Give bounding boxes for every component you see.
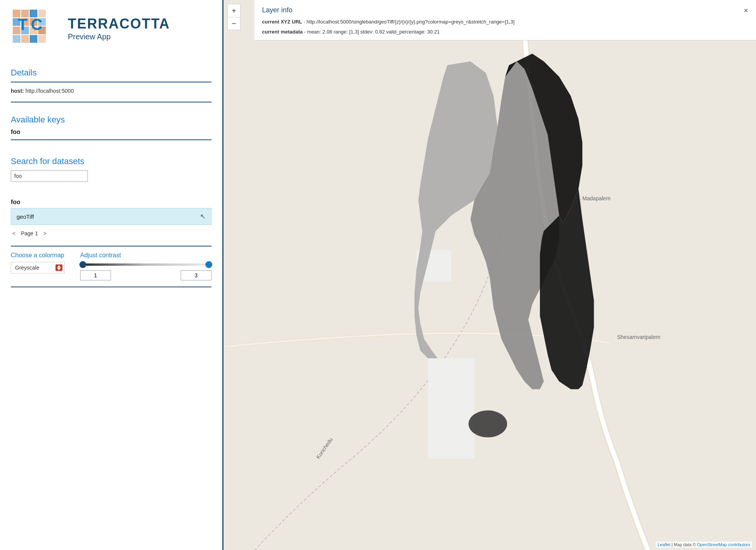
host-value: http://localhost:5000 (25, 88, 74, 94)
attribution-separator: | Map data © (672, 542, 697, 547)
range-max-input[interactable]: 3 (181, 270, 212, 280)
left-panel: T C TERRACOTTA Preview App Details host:… (0, 0, 223, 550)
madapalem-label: Madapalem (582, 195, 610, 201)
contrast-label: Adjust contrast (80, 252, 212, 259)
colormap-select[interactable]: Greyscale Viridis Plasma Inferno Magma R… (11, 262, 65, 273)
meta-separator: - (304, 29, 307, 35)
result-key-label: foo (11, 199, 212, 206)
cursor-icon: ↖ (200, 212, 206, 221)
result-item-label: geoTiff (17, 213, 34, 220)
map-panel: + − Layer info × current XYZ URL - http:… (223, 0, 756, 550)
map-controls: + − (227, 4, 240, 30)
logo-title: TERRACOTTA (68, 17, 170, 31)
colormap-section: Choose a colormap Greyscale Viridis Plas… (11, 246, 212, 293)
shesamvaripalem-label: Shesamvaripalem (617, 334, 660, 340)
contrast-slider-track (80, 263, 212, 266)
colormap-top-divider (11, 246, 212, 246)
host-label: host: (11, 88, 24, 94)
svg-rect-20 (428, 420, 474, 459)
colormap-row: Choose a colormap Greyscale Viridis Plas… (11, 252, 212, 280)
contrast-slider-wrapper (80, 263, 212, 266)
available-key-foo: foo (11, 129, 212, 136)
meta-value: mean: 2.08 range: [1,3] stdev: 0.82 vali… (307, 29, 440, 35)
svg-rect-19 (428, 358, 474, 420)
map-attribution: Leaflet | Map data © OpenStreetMap contr… (656, 542, 752, 548)
layer-info-close-button[interactable]: × (744, 7, 748, 14)
svg-point-22 (469, 411, 507, 438)
osm-link[interactable]: OpenStreetMap contributors (697, 542, 750, 547)
result-item-geotiff[interactable]: geoTiff ↖ (11, 208, 212, 225)
available-keys-header: Available keys (11, 115, 212, 125)
colormap-bottom-divider (11, 287, 212, 287)
terracotta-logo-icon: T C (11, 8, 61, 50)
meta-label: current metadata (262, 29, 302, 35)
svg-text:T: T (18, 15, 28, 34)
host-divider (11, 102, 212, 102)
range-inputs-row: 1 3 (80, 270, 212, 280)
search-section: Search for datasets (11, 149, 212, 182)
search-input[interactable] (11, 170, 88, 182)
url-value: http://localhost:5000/singleband/geoTiff… (307, 19, 515, 25)
map-svg-container: Madapalem Shesamvaripalem Kurichedu (223, 0, 756, 550)
prev-page-button[interactable]: < (11, 230, 17, 237)
layer-info-url: current XYZ URL - http://localhost:5000/… (262, 18, 748, 26)
layer-info-meta: current metadata - mean: 2.08 range: [1,… (262, 29, 748, 35)
results-section: foo geoTiff ↖ < Page 1 > (11, 189, 212, 237)
svg-rect-15 (38, 35, 46, 43)
layer-info-title: Layer info (262, 6, 292, 14)
url-separator: - (304, 19, 307, 25)
svg-rect-12 (13, 35, 20, 43)
contrast-col: Adjust contrast 1 3 (80, 252, 212, 280)
logo-text: TERRACOTTA Preview App (68, 17, 170, 41)
colormap-label: Choose a colormap (11, 252, 65, 259)
details-divider (11, 82, 212, 82)
svg-text:C: C (31, 15, 42, 34)
search-section-header: Search for datasets (11, 156, 212, 166)
keys-divider (11, 139, 212, 140)
colormap-col: Choose a colormap Greyscale Viridis Plas… (11, 252, 65, 273)
svg-rect-13 (21, 35, 29, 43)
svg-rect-14 (30, 35, 37, 43)
page-label: Page 1 (21, 230, 38, 236)
logo-area: T C TERRACOTTA Preview App (11, 8, 212, 50)
pagination-row: < Page 1 > (11, 230, 212, 237)
next-page-button[interactable]: > (42, 230, 48, 237)
colormap-select-wrapper: Greyscale Viridis Plasma Inferno Magma R… (11, 262, 65, 273)
slider-thumb-left[interactable] (79, 261, 86, 268)
layer-info-panel: Layer info × current XYZ URL - http://lo… (254, 0, 756, 40)
range-min-input[interactable]: 1 (80, 270, 111, 280)
zoom-in-button[interactable]: + (227, 4, 240, 17)
logo-subtitle: Preview App (68, 32, 170, 41)
layer-info-header: Layer info × (262, 6, 748, 14)
host-row: host: http://localhost:5000 (11, 88, 212, 94)
leaflet-link[interactable]: Leaflet (658, 542, 670, 547)
details-section-header: Details (11, 68, 212, 78)
slider-thumb-right[interactable] (205, 261, 212, 268)
zoom-out-button[interactable]: − (227, 17, 240, 30)
url-label: current XYZ URL (262, 19, 302, 25)
